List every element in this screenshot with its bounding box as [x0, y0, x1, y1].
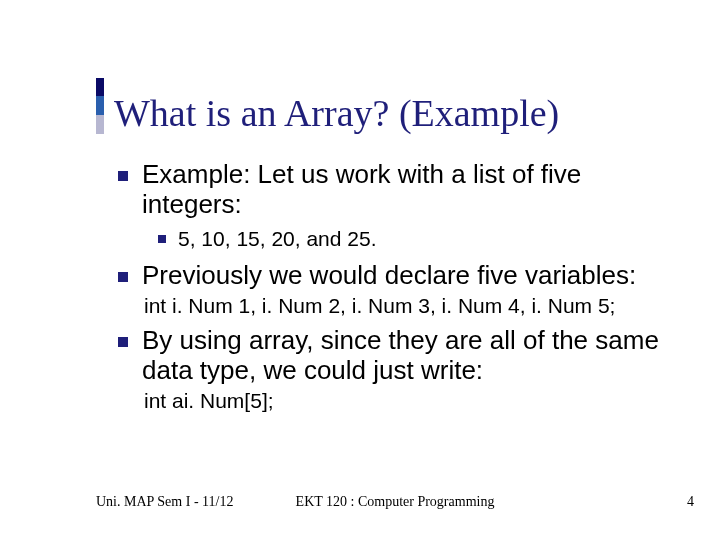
bullet-1: Example: Let us work with a list of five…: [118, 160, 660, 220]
square-bullet-icon: [158, 235, 166, 243]
title-accent-bar: [96, 78, 104, 134]
bullet-3: By using array, since they are all of th…: [118, 326, 660, 386]
bullet-2-text: Previously we would declare five variabl…: [142, 261, 636, 291]
square-bullet-icon: [118, 337, 128, 347]
bullet-1-sub: 5, 10, 15, 20, and 25.: [158, 226, 660, 251]
bullet-2-code: int i. Num 1, i. Num 2, i. Num 3, i. Num…: [144, 293, 660, 318]
bullet-2: Previously we would declare five variabl…: [118, 261, 660, 291]
body-content: Example: Let us work with a list of five…: [118, 160, 660, 421]
bullet-3-text: By using array, since they are all of th…: [142, 326, 660, 386]
square-bullet-icon: [118, 272, 128, 282]
title-area: What is an Array? (Example): [96, 78, 559, 134]
footer-center: EKT 120 : Computer Programming: [96, 494, 694, 510]
slide-title: What is an Array? (Example): [114, 94, 559, 134]
bullet-3-code: int ai. Num[5];: [144, 388, 660, 413]
square-bullet-icon: [118, 171, 128, 181]
slide: { "title": "What is an Array? (Example)"…: [0, 0, 720, 540]
bullet-1-text: Example: Let us work with a list of five…: [142, 160, 660, 220]
footer: Uni. MAP Sem I - 11/12 EKT 120 : Compute…: [96, 494, 694, 510]
bullet-1-sub-text: 5, 10, 15, 20, and 25.: [178, 226, 377, 251]
